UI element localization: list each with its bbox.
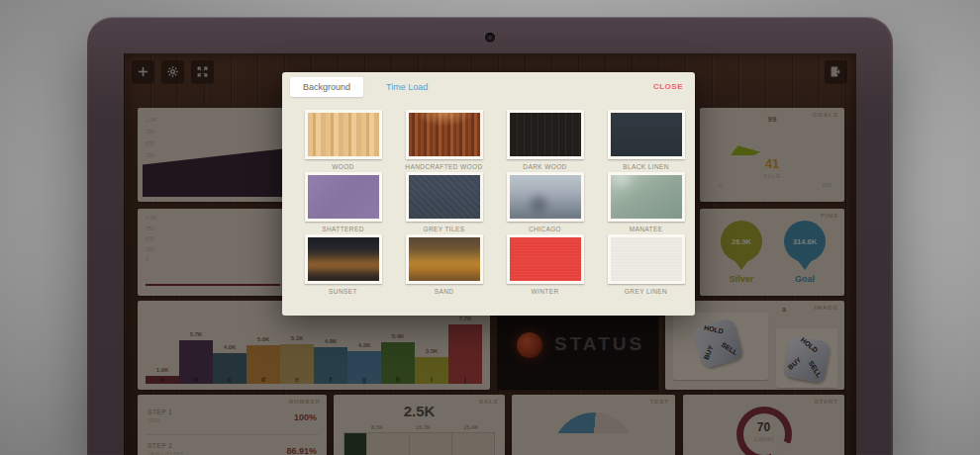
chicago-thumbnail <box>507 172 584 222</box>
background-option-label: MANATEE <box>607 225 685 233</box>
sand-thumbnail <box>406 234 483 284</box>
background-option-manatee[interactable]: MANATEE <box>607 172 685 234</box>
black-linen-thumbnail <box>608 110 685 159</box>
background-option-grey-tiles[interactable]: GREY TILES <box>405 172 483 234</box>
grey-tiles-thumbnail <box>406 172 483 222</box>
background-option-label: HANDCRAFTED WOOD <box>405 162 483 171</box>
background-option-wood[interactable]: WOOD <box>304 110 382 172</box>
background-option-label: WOOD <box>304 162 382 171</box>
desktop-background: 1.0K 750 500 250 GOALS 99 41 SALE 0 100 <box>0 0 980 455</box>
background-option-label: DARK WOOD <box>506 162 584 171</box>
grey-linen-thumbnail <box>608 234 685 284</box>
webcam-icon <box>485 33 495 43</box>
manatee-thumbnail <box>608 172 685 222</box>
background-option-label: GREY LINEN <box>607 287 685 296</box>
background-option-label: BLACK LINEN <box>607 162 685 171</box>
background-option-sand[interactable]: SAND <box>405 234 483 297</box>
handcrafted-wood-thumbnail <box>406 110 483 159</box>
close-button[interactable]: CLOSE <box>653 82 683 91</box>
background-option-label: CHICAGO <box>506 225 584 233</box>
sunset-thumbnail <box>305 234 382 284</box>
background-option-grey-linen[interactable]: GREY LINEN <box>607 234 685 297</box>
background-settings-modal: Background Time Load CLOSE WOOD HANDCRAF… <box>282 72 695 316</box>
background-option-winter[interactable]: WINTER <box>506 234 584 297</box>
background-option-label: SUNSET <box>304 287 382 296</box>
background-option-label: SAND <box>405 287 483 296</box>
background-option-shattered[interactable]: SHATTERED <box>304 172 382 234</box>
background-option-handcrafted-wood[interactable]: HANDCRAFTED WOOD <box>405 110 483 172</box>
background-option-label: WINTER <box>506 287 584 296</box>
background-option-label: SHATTERED <box>304 225 382 233</box>
background-option-sunset[interactable]: SUNSET <box>304 234 382 297</box>
wood-thumbnail <box>305 110 382 159</box>
winter-thumbnail <box>507 234 584 284</box>
background-option-chicago[interactable]: CHICAGO <box>506 172 584 234</box>
background-option-dark-wood[interactable]: DARK WOOD <box>506 110 584 172</box>
background-option-black-linen[interactable]: BLACK LINEN <box>607 110 685 172</box>
background-option-label: GREY TILES <box>405 225 483 233</box>
tab-background[interactable]: Background <box>290 77 363 97</box>
shattered-thumbnail <box>305 172 382 222</box>
background-swatch-grid: WOOD HANDCRAFTED WOOD DARK WOOD BLACK LI… <box>304 110 685 297</box>
tab-time-load[interactable]: Time Load <box>373 77 441 97</box>
dark-wood-thumbnail <box>507 110 584 159</box>
